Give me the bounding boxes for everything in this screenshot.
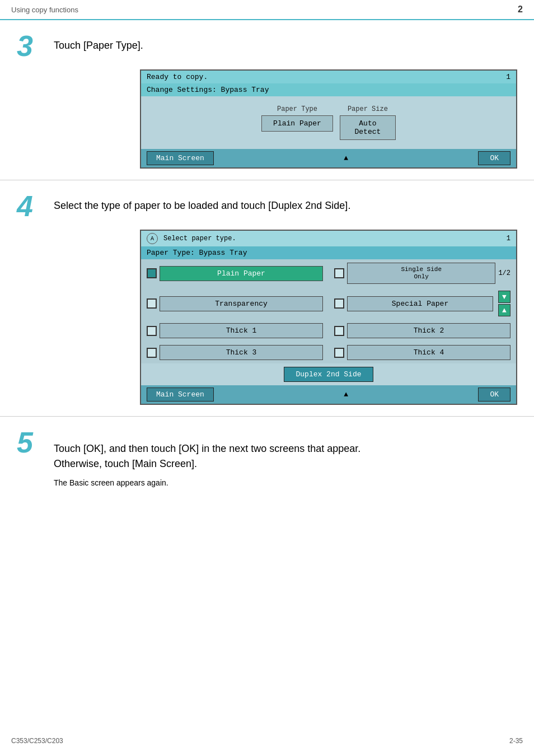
step4-number: 4 (17, 192, 45, 221)
paper-size-label: Paper Size (348, 105, 388, 113)
thick4-checkbox[interactable] (334, 348, 344, 358)
step4-section: 4 Select the type of paper to be loaded … (0, 180, 534, 417)
plain-paper-checkbox[interactable] (147, 268, 157, 278)
single-side-btn[interactable]: Single SideOnly (347, 263, 495, 284)
step5-note: The Basic screen appears again. (54, 478, 360, 487)
single-side-checkbox[interactable] (334, 268, 344, 278)
step3-screen: Ready to copy. 1 Change Settings: Bypass… (140, 69, 517, 169)
page-footer: C353/C253/C203 2-35 (11, 737, 523, 745)
page-header: Using copy functions 2 (0, 0, 534, 20)
step5-instruction: Touch [OK], and then touch [OK] in the n… (54, 441, 360, 472)
step3-footer: Main Screen ▲ OK (141, 149, 516, 167)
paper-size-group: Paper Size Auto Detect (340, 105, 396, 140)
step4-status-bar: A Select paper type. 1 (141, 231, 516, 246)
step3-screen-title: Change Settings: Bypass Tray (147, 86, 269, 94)
step3-main-screen-btn[interactable]: Main Screen (147, 151, 214, 165)
thick3-cell: Thick 3 (141, 342, 329, 363)
duplex-row: Duplex 2nd Side (141, 363, 516, 385)
thick1-btn[interactable]: Thick 1 (160, 323, 323, 338)
header-section: Using copy functions (11, 6, 78, 14)
step5-header: 5 Touch [OK], and then touch [OK] in the… (17, 428, 517, 487)
step4-status-num: 1 (507, 235, 510, 242)
step3-header: 3 Touch [Paper Type]. (17, 31, 517, 60)
paper-type-group: Paper Type Plain Paper (261, 105, 333, 140)
thick2-checkbox[interactable] (334, 326, 344, 336)
status-icon: A (147, 233, 158, 244)
step5-content: Touch [OK], and then touch [OK] in the n… (54, 435, 360, 487)
thick1-cell: Thick 1 (141, 320, 329, 342)
step4-status-text: Select paper type. (163, 235, 236, 242)
step4-ok-btn[interactable]: OK (478, 388, 510, 402)
single-side-cell: Single SideOnly 1/2 (329, 259, 516, 287)
header-page-num: 2 (518, 4, 523, 15)
special-paper-checkbox[interactable] (334, 298, 344, 309)
nav-buttons: ▼ ▲ (498, 291, 510, 316)
step3-footer-arrow: ▲ (344, 154, 348, 162)
step3-number: 3 (17, 31, 45, 60)
step4-header: 4 Select the type of paper to be loaded … (17, 192, 517, 221)
pagination: 1/2 (498, 269, 510, 277)
step3-section: 3 Touch [Paper Type]. Ready to copy. 1 C… (0, 20, 534, 180)
transparency-checkbox[interactable] (147, 298, 157, 309)
step4-screen: A Select paper type. 1 Paper Type: Bypas… (140, 230, 517, 405)
step3-instruction: Touch [Paper Type]. (54, 38, 143, 53)
special-paper-cell: Special Paper ▼ ▲ (329, 287, 516, 320)
page-container: Using copy functions 2 3 Touch [Paper Ty… (0, 0, 534, 756)
paper-type-grid: Plain Paper Single SideOnly 1/2 Transpar… (141, 259, 516, 363)
footer-model: C353/C253/C203 (11, 737, 63, 745)
transparency-cell: Transparency (141, 287, 329, 320)
step5-section: 5 Touch [OK], and then touch [OK] in the… (0, 417, 534, 507)
thick4-btn[interactable]: Thick 4 (347, 345, 510, 360)
paper-type-value[interactable]: Plain Paper (261, 115, 333, 132)
special-paper-btn[interactable]: Special Paper (347, 296, 493, 311)
step3-status-bar: Ready to copy. 1 (141, 71, 516, 83)
paper-size-value[interactable]: Auto Detect (340, 115, 396, 140)
nav-up-btn[interactable]: ▲ (498, 304, 510, 316)
footer-page: 2-35 (509, 737, 523, 745)
thick4-cell: Thick 4 (329, 342, 516, 363)
step4-footer-arrow: ▲ (344, 390, 348, 399)
step3-title-bar: Change Settings: Bypass Tray (141, 83, 516, 96)
step4-instruction: Select the type of paper to be loaded an… (54, 198, 350, 213)
thick3-checkbox[interactable] (147, 348, 157, 358)
thick2-btn[interactable]: Thick 2 (347, 323, 510, 338)
step5-number: 5 (17, 428, 45, 457)
step4-footer: Main Screen ▲ OK (141, 385, 516, 404)
plain-paper-cell: Plain Paper (141, 259, 329, 287)
paper-type-label: Paper Type (277, 105, 317, 113)
step4-main-screen-btn[interactable]: Main Screen (147, 388, 214, 402)
step4-screen-title: Paper Type: Bypass Tray (147, 249, 247, 257)
plain-paper-btn[interactable]: Plain Paper (160, 266, 323, 281)
thick3-btn[interactable]: Thick 3 (160, 345, 323, 360)
thick1-checkbox[interactable] (147, 326, 157, 336)
duplex-2nd-side-btn[interactable]: Duplex 2nd Side (284, 367, 373, 382)
step3-content: Paper Type Plain Paper Paper Size Auto D… (141, 96, 516, 149)
step3-ok-btn[interactable]: OK (478, 151, 510, 165)
nav-down-btn[interactable]: ▼ (498, 291, 510, 303)
step3-status-num: 1 (506, 73, 510, 81)
thick2-cell: Thick 2 (329, 320, 516, 342)
step4-title-bar: Paper Type: Bypass Tray (141, 246, 516, 259)
transparency-btn[interactable]: Transparency (160, 296, 323, 311)
step3-status-text: Ready to copy. (147, 73, 208, 81)
